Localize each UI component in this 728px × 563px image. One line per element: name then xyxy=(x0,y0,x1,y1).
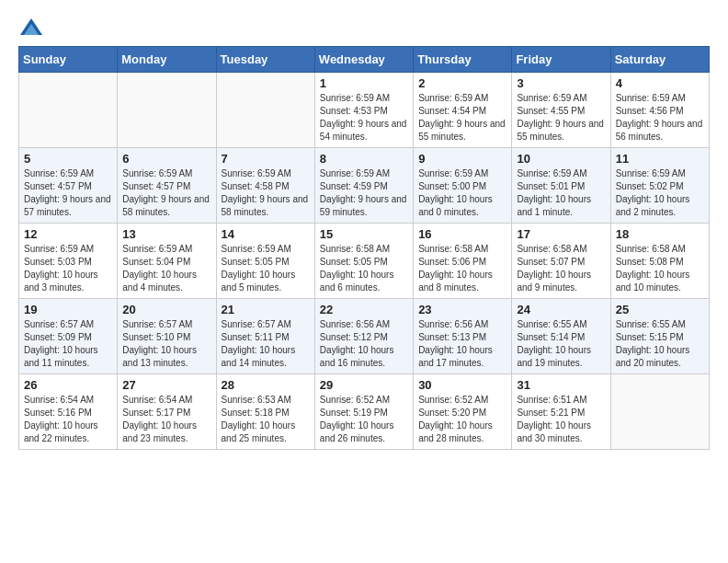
calendar-cell: 29Sunrise: 6:52 AM Sunset: 5:19 PM Dayli… xyxy=(314,374,413,450)
calendar-cell: 30Sunrise: 6:52 AM Sunset: 5:20 PM Dayli… xyxy=(414,374,512,450)
calendar-week-4: 19Sunrise: 6:57 AM Sunset: 5:09 PM Dayli… xyxy=(19,299,710,374)
day-info: Sunrise: 6:55 AM Sunset: 5:15 PM Dayligh… xyxy=(616,318,704,370)
day-number: 27 xyxy=(122,378,210,392)
calendar-cell: 17Sunrise: 6:58 AM Sunset: 5:07 PM Dayli… xyxy=(512,224,610,299)
day-info: Sunrise: 6:56 AM Sunset: 5:13 PM Dayligh… xyxy=(418,318,506,370)
calendar-cell: 4Sunrise: 6:59 AM Sunset: 4:56 PM Daylig… xyxy=(610,73,709,148)
day-number: 28 xyxy=(222,378,310,392)
weekday-header-friday: Friday xyxy=(512,47,610,73)
day-info: Sunrise: 6:59 AM Sunset: 5:00 PM Dayligh… xyxy=(418,167,506,219)
calendar-cell: 9Sunrise: 6:59 AM Sunset: 5:00 PM Daylig… xyxy=(414,148,512,224)
calendar-cell: 1Sunrise: 6:59 AM Sunset: 4:53 PM Daylig… xyxy=(314,73,413,148)
day-number: 20 xyxy=(122,303,210,316)
calendar-cell: 14Sunrise: 6:59 AM Sunset: 5:05 PM Dayli… xyxy=(216,224,314,299)
day-info: Sunrise: 6:59 AM Sunset: 5:01 PM Dayligh… xyxy=(517,167,605,219)
day-number: 7 xyxy=(222,152,310,166)
day-info: Sunrise: 6:57 AM Sunset: 5:10 PM Dayligh… xyxy=(122,318,210,370)
day-number: 16 xyxy=(418,227,506,241)
day-info: Sunrise: 6:59 AM Sunset: 4:54 PM Dayligh… xyxy=(418,92,506,144)
day-info: Sunrise: 6:59 AM Sunset: 5:02 PM Dayligh… xyxy=(616,167,704,219)
calendar-cell: 11Sunrise: 6:59 AM Sunset: 5:02 PM Dayli… xyxy=(610,148,709,224)
calendar-cell xyxy=(19,73,118,148)
day-info: Sunrise: 6:59 AM Sunset: 5:04 PM Dayligh… xyxy=(122,243,210,294)
calendar-week-3: 12Sunrise: 6:59 AM Sunset: 5:03 PM Dayli… xyxy=(19,224,710,299)
day-number: 29 xyxy=(320,378,408,392)
day-number: 4 xyxy=(616,76,704,90)
day-number: 9 xyxy=(418,152,506,166)
day-info: Sunrise: 6:53 AM Sunset: 5:18 PM Dayligh… xyxy=(222,394,310,445)
day-number: 8 xyxy=(320,152,408,166)
calendar-cell xyxy=(118,73,216,148)
calendar-week-1: 1Sunrise: 6:59 AM Sunset: 4:53 PM Daylig… xyxy=(19,73,710,148)
calendar-cell: 23Sunrise: 6:56 AM Sunset: 5:13 PM Dayli… xyxy=(414,299,512,374)
day-number: 10 xyxy=(517,152,605,166)
weekday-header-saturday: Saturday xyxy=(610,47,709,73)
day-number: 31 xyxy=(517,378,605,392)
day-info: Sunrise: 6:57 AM Sunset: 5:09 PM Dayligh… xyxy=(24,318,112,370)
day-info: Sunrise: 6:59 AM Sunset: 4:57 PM Dayligh… xyxy=(24,167,112,219)
calendar-cell: 22Sunrise: 6:56 AM Sunset: 5:12 PM Dayli… xyxy=(314,299,413,374)
day-info: Sunrise: 6:58 AM Sunset: 5:07 PM Dayligh… xyxy=(517,243,605,294)
day-number: 24 xyxy=(517,303,605,316)
day-number: 5 xyxy=(24,152,112,166)
day-info: Sunrise: 6:56 AM Sunset: 5:12 PM Dayligh… xyxy=(320,318,408,370)
weekday-header-monday: Monday xyxy=(118,47,216,73)
calendar-cell: 6Sunrise: 6:59 AM Sunset: 4:57 PM Daylig… xyxy=(118,148,216,224)
weekday-header-tuesday: Tuesday xyxy=(216,47,314,73)
day-number: 3 xyxy=(517,76,605,90)
calendar-cell: 12Sunrise: 6:59 AM Sunset: 5:03 PM Dayli… xyxy=(19,224,118,299)
weekday-header-wednesday: Wednesday xyxy=(314,47,413,73)
calendar-cell: 31Sunrise: 6:51 AM Sunset: 5:21 PM Dayli… xyxy=(512,374,610,450)
weekday-header-sunday: Sunday xyxy=(19,47,118,73)
calendar-cell: 5Sunrise: 6:59 AM Sunset: 4:57 PM Daylig… xyxy=(19,148,118,224)
day-number: 1 xyxy=(320,76,408,90)
calendar-cell: 20Sunrise: 6:57 AM Sunset: 5:10 PM Dayli… xyxy=(118,299,216,374)
calendar-week-5: 26Sunrise: 6:54 AM Sunset: 5:16 PM Dayli… xyxy=(19,374,710,450)
calendar-cell: 26Sunrise: 6:54 AM Sunset: 5:16 PM Dayli… xyxy=(19,374,118,450)
day-number: 12 xyxy=(24,227,112,241)
calendar-cell: 13Sunrise: 6:59 AM Sunset: 5:04 PM Dayli… xyxy=(118,224,216,299)
day-info: Sunrise: 6:52 AM Sunset: 5:20 PM Dayligh… xyxy=(418,394,506,445)
day-number: 30 xyxy=(418,378,506,392)
calendar-cell: 25Sunrise: 6:55 AM Sunset: 5:15 PM Dayli… xyxy=(610,299,709,374)
day-info: Sunrise: 6:54 AM Sunset: 5:17 PM Dayligh… xyxy=(122,394,210,445)
day-number: 17 xyxy=(517,227,605,241)
day-info: Sunrise: 6:51 AM Sunset: 5:21 PM Dayligh… xyxy=(517,394,605,445)
header xyxy=(18,18,710,35)
day-info: Sunrise: 6:57 AM Sunset: 5:11 PM Dayligh… xyxy=(222,318,310,370)
day-number: 23 xyxy=(418,303,506,316)
day-number: 13 xyxy=(122,227,210,241)
weekday-header-thursday: Thursday xyxy=(414,47,512,73)
weekday-header-row: SundayMondayTuesdayWednesdayThursdayFrid… xyxy=(19,47,710,73)
logo-icon xyxy=(20,18,42,35)
calendar-cell: 19Sunrise: 6:57 AM Sunset: 5:09 PM Dayli… xyxy=(19,299,118,374)
day-info: Sunrise: 6:59 AM Sunset: 4:56 PM Dayligh… xyxy=(616,92,704,144)
day-number: 22 xyxy=(320,303,408,316)
day-number: 6 xyxy=(122,152,210,166)
calendar-cell: 16Sunrise: 6:58 AM Sunset: 5:06 PM Dayli… xyxy=(414,224,512,299)
day-info: Sunrise: 6:59 AM Sunset: 4:58 PM Dayligh… xyxy=(222,167,310,219)
logo xyxy=(18,18,42,35)
day-info: Sunrise: 6:58 AM Sunset: 5:05 PM Dayligh… xyxy=(320,243,408,294)
calendar-cell: 15Sunrise: 6:58 AM Sunset: 5:05 PM Dayli… xyxy=(314,224,413,299)
day-info: Sunrise: 6:59 AM Sunset: 5:05 PM Dayligh… xyxy=(222,243,310,294)
day-number: 11 xyxy=(616,152,704,166)
calendar-week-2: 5Sunrise: 6:59 AM Sunset: 4:57 PM Daylig… xyxy=(19,148,710,224)
calendar: SundayMondayTuesdayWednesdayThursdayFrid… xyxy=(18,46,710,450)
calendar-cell: 3Sunrise: 6:59 AM Sunset: 4:55 PM Daylig… xyxy=(512,73,610,148)
calendar-cell: 8Sunrise: 6:59 AM Sunset: 4:59 PM Daylig… xyxy=(314,148,413,224)
day-info: Sunrise: 6:55 AM Sunset: 5:14 PM Dayligh… xyxy=(517,318,605,370)
calendar-cell: 10Sunrise: 6:59 AM Sunset: 5:01 PM Dayli… xyxy=(512,148,610,224)
day-info: Sunrise: 6:52 AM Sunset: 5:19 PM Dayligh… xyxy=(320,394,408,445)
day-info: Sunrise: 6:59 AM Sunset: 5:03 PM Dayligh… xyxy=(24,243,112,294)
day-number: 14 xyxy=(222,227,310,241)
calendar-cell: 28Sunrise: 6:53 AM Sunset: 5:18 PM Dayli… xyxy=(216,374,314,450)
calendar-cell xyxy=(216,73,314,148)
day-info: Sunrise: 6:59 AM Sunset: 4:59 PM Dayligh… xyxy=(320,167,408,219)
day-info: Sunrise: 6:54 AM Sunset: 5:16 PM Dayligh… xyxy=(24,394,112,445)
day-number: 25 xyxy=(616,303,704,316)
day-number: 21 xyxy=(222,303,310,316)
day-info: Sunrise: 6:58 AM Sunset: 5:06 PM Dayligh… xyxy=(418,243,506,294)
day-info: Sunrise: 6:59 AM Sunset: 4:55 PM Dayligh… xyxy=(517,92,605,144)
day-info: Sunrise: 6:59 AM Sunset: 4:53 PM Dayligh… xyxy=(320,92,408,144)
